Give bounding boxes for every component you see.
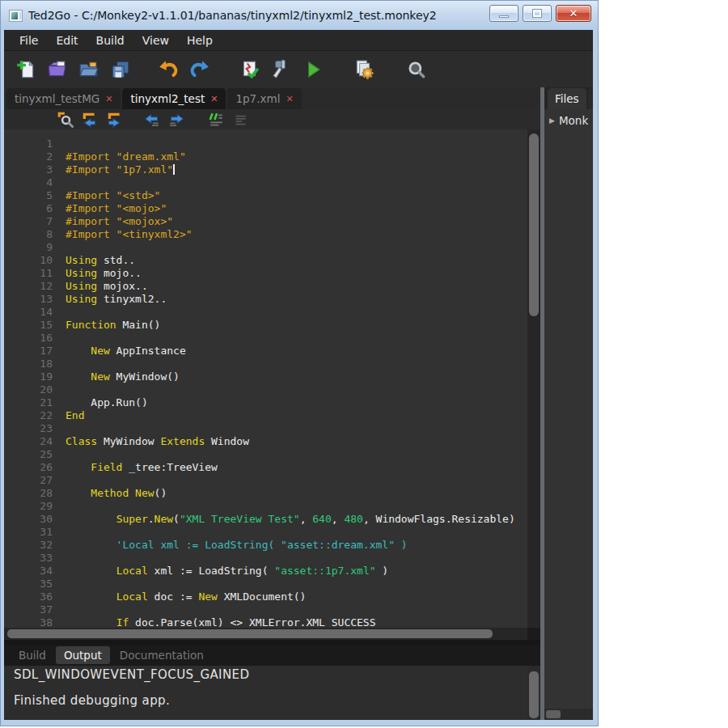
line-text: Using mojo.. xyxy=(66,267,142,280)
editor-tab-bar: tinyxml_testMG✕tinyxml2_test✕1p7.xml✕ xyxy=(4,87,540,109)
redo-button[interactable] xyxy=(189,59,210,80)
menu-help[interactable]: Help xyxy=(178,32,222,49)
check-code-icon xyxy=(239,59,260,80)
close-button[interactable]: ✕ xyxy=(556,5,591,22)
tab-close-icon[interactable]: ✕ xyxy=(105,94,112,104)
open-project-button[interactable] xyxy=(78,59,99,80)
open-file-button[interactable] xyxy=(47,59,68,80)
find-next-button[interactable] xyxy=(106,112,122,128)
tree-item[interactable]: ▶Monk xyxy=(549,113,593,128)
app-window: Ted2Go - C:/Monkey2-v1.1.01/bananas/tiny… xyxy=(0,0,599,726)
new-file-icon xyxy=(15,59,36,80)
code-editor[interactable]: 12#Import "dream.xml"3#Import "1p7.xml"4… xyxy=(4,129,540,628)
tree-item-label: Monk xyxy=(559,114,588,127)
close-icon: ✕ xyxy=(569,8,578,19)
line-number: 4 xyxy=(4,176,53,189)
code-line-10: 10Using std.. xyxy=(4,254,527,267)
new-file-button[interactable] xyxy=(15,59,36,80)
uncomment-block-button[interactable] xyxy=(232,112,248,128)
line-number: 14 xyxy=(4,306,53,319)
undo-button[interactable] xyxy=(158,59,179,80)
code-line-26: 26 Field _tree:TreeView xyxy=(4,461,527,474)
code-line-9: 9 xyxy=(4,241,527,254)
code-line-19: 19 New MyWindow() xyxy=(4,370,527,383)
project-tab-s[interactable]: S xyxy=(588,88,593,109)
editor-vscroll-thumb[interactable] xyxy=(529,133,539,316)
bottom-tab-documentation[interactable]: Documentation xyxy=(112,646,212,664)
bottom-panel: BuildOutputDocumentation SDL_WINDOWEVENT… xyxy=(4,645,540,720)
line-text: Class MyWindow Extends Window xyxy=(66,435,249,448)
main-area: tinyxml_testMG✕tinyxml2_test✕1p7.xml✕ 12… xyxy=(4,87,593,720)
code-line-11: 11Using mojo.. xyxy=(4,267,527,280)
redo-icon xyxy=(189,59,210,80)
bottom-tab-output[interactable]: Output xyxy=(56,646,110,664)
menu-file[interactable]: File xyxy=(11,32,47,49)
build-button[interactable] xyxy=(271,59,292,80)
line-number: 9 xyxy=(4,241,53,254)
code-line-27: 27 xyxy=(4,474,527,487)
check-code-button[interactable] xyxy=(239,59,260,80)
project-hscroll-thumb[interactable] xyxy=(546,710,561,718)
find-in-file-button[interactable] xyxy=(57,112,74,128)
code-line-12: 12Using mojox.. xyxy=(4,280,527,293)
line-text: Method New() xyxy=(66,487,167,500)
code-line-24: 24Class MyWindow Extends Window xyxy=(4,435,527,448)
output-text: SDL_WINDOWEVENT_FOCUS_GAINED Finished de… xyxy=(14,668,524,707)
code-line-6: 6#Import "<mojo>" xyxy=(4,202,527,215)
line-number: 35 xyxy=(4,578,53,590)
editor-vertical-scrollbar[interactable] xyxy=(527,129,540,628)
line-text: End xyxy=(66,409,84,422)
line-text: Using tinyxml2.. xyxy=(66,293,167,306)
code-line-38: 38 If doc.Parse(xml) <> XMLError.XML_SUC… xyxy=(4,616,527,628)
project-horizontal-scrollbar[interactable] xyxy=(544,709,593,720)
line-number: 5 xyxy=(4,189,53,202)
uncomment-block-icon xyxy=(232,112,248,128)
menu-view[interactable]: View xyxy=(133,32,178,49)
title-bar[interactable]: Ted2Go - C:/Monkey2-v1.1.01/bananas/tiny… xyxy=(1,1,598,30)
project-tree: ▶Monk xyxy=(544,109,593,128)
find-previous-button[interactable] xyxy=(82,112,98,128)
line-text: #import "<mojox>" xyxy=(66,215,173,228)
project-tab-files[interactable]: Files xyxy=(548,88,586,109)
go-forward-icon xyxy=(168,112,184,128)
maximize-button[interactable] xyxy=(523,5,552,22)
minimize-button[interactable] xyxy=(489,5,518,22)
run-button[interactable] xyxy=(303,59,324,80)
line-text: #Import "1p7.xml" xyxy=(66,163,175,176)
code-line-17: 17 New AppInstance xyxy=(4,345,527,358)
editor-column: tinyxml_testMG✕tinyxml2_test✕1p7.xml✕ 12… xyxy=(4,87,540,720)
output-vscroll-thumb[interactable] xyxy=(529,671,539,718)
menu-edit[interactable]: Edit xyxy=(47,32,87,49)
line-text: Local xml := LoadString( "asset::1p7.xml… xyxy=(66,565,388,578)
bottom-tab-build[interactable]: Build xyxy=(11,646,54,664)
tab-close-icon[interactable]: ✕ xyxy=(210,94,218,104)
line-text: Super.New("XML TreeView Test", 640, 480,… xyxy=(66,513,515,526)
output-console[interactable]: SDL_WINDOWEVENT_FOCUS_GAINED Finished de… xyxy=(4,666,540,720)
go-forward-button[interactable] xyxy=(168,112,184,128)
line-text: App.Run() xyxy=(66,396,148,409)
editor-hscroll-thumb[interactable] xyxy=(7,629,493,638)
code-line-18: 18 xyxy=(4,358,527,370)
output-vertical-scrollbar[interactable] xyxy=(527,666,540,720)
code-line-25: 25 xyxy=(4,448,527,461)
line-number: 22 xyxy=(4,409,53,422)
editor-tab-tinyxml_testMG[interactable]: tinyxml_testMG✕ xyxy=(6,88,121,109)
collapse-arrow-icon[interactable]: ▶ xyxy=(549,116,555,125)
line-number: 27 xyxy=(4,474,53,487)
menu-build[interactable]: Build xyxy=(87,32,133,49)
save-all-button[interactable] xyxy=(110,59,131,80)
open-file-icon xyxy=(47,59,68,80)
go-back-button[interactable] xyxy=(144,112,160,128)
editor-horizontal-scrollbar[interactable] xyxy=(4,628,540,640)
line-number: 1 xyxy=(4,138,53,150)
line-number: 2 xyxy=(4,150,53,163)
editor-tab-1p7.xml[interactable]: 1p7.xml✕ xyxy=(227,88,301,109)
line-number: 24 xyxy=(4,435,53,448)
code-line-1: 1 xyxy=(4,138,527,150)
editor-tab-tinyxml2_test[interactable]: tinyxml2_test✕ xyxy=(122,88,226,109)
line-text: Using std.. xyxy=(66,254,135,267)
comment-block-button[interactable] xyxy=(208,112,224,128)
tab-close-icon[interactable]: ✕ xyxy=(286,94,293,104)
update-modules-button[interactable] xyxy=(353,59,375,80)
find-button[interactable] xyxy=(406,59,427,80)
